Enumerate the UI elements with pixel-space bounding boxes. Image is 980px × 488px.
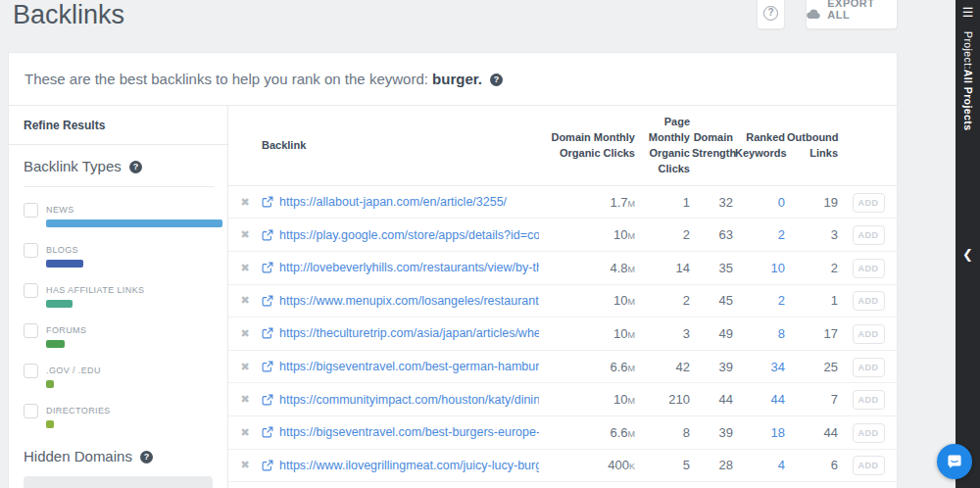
affiliate-checkbox[interactable] — [24, 283, 38, 298]
domain-monthly-clicks-value: 6.6M — [539, 425, 637, 440]
blogs-bar — [46, 260, 83, 268]
outbound-links-value: 6 — [787, 458, 840, 472]
ranked-keywords-link[interactable]: 44 — [735, 392, 787, 407]
cloud-icon — [807, 9, 820, 20]
backlink-url[interactable]: https://bigseventravel.com/best-german-h… — [279, 360, 539, 373]
add-button[interactable]: ADD — [853, 358, 885, 377]
hide-domain-x-icon[interactable]: ✖ — [228, 426, 262, 439]
hide-domain-x-icon[interactable]: ✖ — [228, 228, 262, 241]
table-row: ✖ https://bigseventravel.com/best-german… — [228, 351, 897, 384]
backlink-url[interactable]: https://communityimpact.com/houston/katy… — [279, 393, 539, 407]
backlink-url[interactable]: https://bigseventravel.com/best-burgers-… — [279, 425, 539, 439]
ranked-keywords-link[interactable]: 8 — [735, 326, 787, 341]
ranked-keywords-link[interactable]: 0 — [735, 195, 787, 210]
ranked-keywords-link[interactable]: 10 — [735, 261, 787, 275]
ranked-keywords-link[interactable]: 34 — [735, 360, 787, 374]
add-button[interactable]: ADD — [853, 324, 885, 344]
page-monthly-clicks-value: 2 — [637, 227, 692, 242]
hidden-domains-help-icon[interactable]: ? — [140, 451, 153, 464]
news-label: NEWS — [46, 205, 74, 215]
hidden-domains-title: Hidden Domains ? — [24, 448, 213, 464]
refine-panel: Refine Results Backlink Types ? NEWS — [9, 106, 228, 488]
backlink-types-help-icon[interactable]: ? — [129, 161, 142, 173]
gov-edu-checkbox[interactable] — [24, 364, 38, 378]
table-row: ✖ https://www.ilovegrillingmeat.com/juic… — [228, 450, 897, 483]
hide-domain-x-icon[interactable]: ✖ — [228, 393, 262, 406]
add-button[interactable]: ADD — [853, 291, 885, 311]
domain-monthly-clicks-value: 10M — [539, 293, 637, 308]
domain-strength-value: 32 — [692, 195, 735, 210]
menu-icon[interactable]: ☰ — [962, 6, 974, 20]
domain-monthly-clicks-value: 10M — [539, 392, 637, 407]
header-outbound-links: Outbound Links — [787, 130, 840, 162]
backlink-url[interactable]: https://theculturetrip.com/asia/japan/ar… — [279, 326, 539, 340]
header-domain-strength: Domain Strength — [692, 130, 735, 162]
chat-launcher-button[interactable] — [937, 444, 972, 479]
add-button[interactable]: ADD — [853, 193, 885, 213]
project-rail: ☰ Project:All Projects ❮ — [956, 0, 980, 488]
add-button[interactable]: ADD — [853, 259, 885, 278]
add-button[interactable]: ADD — [853, 456, 885, 475]
hide-domain-x-icon[interactable]: ✖ — [228, 294, 262, 307]
ranked-keywords-link[interactable]: 18 — [735, 425, 787, 440]
help-button[interactable]: ? — [757, 0, 785, 29]
domain-monthly-clicks-value: 10M — [539, 326, 637, 341]
hide-domain-x-icon[interactable]: ✖ — [228, 196, 262, 209]
hide-domain-x-icon[interactable]: ✖ — [228, 262, 262, 274]
table-row: ✖ https://communityimpact.com/houston/ka… — [228, 383, 897, 416]
backlink-url[interactable]: https://play.google.com/store/apps/detai… — [279, 228, 539, 242]
backlink-url[interactable]: http://lovebeverlyhills.com/restaurants/… — [279, 261, 539, 274]
add-button[interactable]: ADD — [853, 390, 885, 410]
export-all-label: EXPORT ALL — [827, 0, 897, 21]
ranked-keywords-link[interactable]: 4 — [735, 458, 787, 472]
backlink-url[interactable]: https://www.menupix.com/losangeles/resta… — [279, 294, 539, 308]
gov-edu-bar — [46, 380, 54, 388]
table-row: ✖ https://www.londonxlondon.com/best-bur… — [228, 482, 897, 488]
domain-monthly-clicks-value: 10M — [539, 227, 637, 242]
affiliate-label: HAS AFFILIATE LINKS — [46, 285, 144, 295]
domain-monthly-clicks-value: 400K — [539, 458, 637, 472]
table-header-row: Backlink Domain Monthly Organic Clicks P… — [228, 106, 897, 186]
add-button[interactable]: ADD — [853, 225, 885, 245]
backlink-url[interactable]: https://allabout-japan.com/en/article/32… — [279, 195, 507, 209]
backlink-url[interactable]: https://www.ilovegrillingmeat.com/juicy-… — [279, 459, 539, 472]
outbound-links-value: 17 — [787, 326, 840, 341]
backlink-types-title: Backlink Types ? — [24, 158, 213, 174]
affiliate-bar — [46, 300, 73, 308]
forums-checkbox[interactable] — [24, 323, 38, 338]
news-checkbox[interactable] — [24, 203, 38, 218]
forums-bar — [46, 340, 65, 348]
backlink-type-blogs: BLOGS — [24, 239, 213, 268]
export-all-button[interactable]: EXPORT ALL — [806, 0, 898, 29]
external-link-icon — [262, 361, 273, 372]
outbound-links-value: 19 — [787, 195, 840, 210]
blogs-checkbox[interactable] — [24, 243, 38, 258]
domain-strength-value: 39 — [692, 425, 735, 440]
directories-label: DIRECTORIES — [46, 406, 111, 415]
backlinks-table: Backlink Domain Monthly Organic Clicks P… — [228, 106, 897, 488]
backlink-type-directories: DIRECTORIES — [24, 400, 213, 428]
keyword: burger. — [432, 71, 482, 87]
external-link-icon — [262, 460, 273, 471]
directories-checkbox[interactable] — [24, 404, 38, 418]
external-link-icon — [262, 262, 273, 273]
project-selector[interactable]: Project:All Projects — [962, 31, 974, 130]
hide-domain-x-icon[interactable]: ✖ — [228, 361, 262, 373]
external-link-icon — [262, 394, 273, 406]
header-domain-monthly-clicks: Domain Monthly Organic Clicks — [539, 130, 637, 162]
news-bar — [46, 220, 222, 227]
page-monthly-clicks-value: 3 — [637, 326, 692, 341]
add-button[interactable]: ADD — [853, 423, 885, 443]
collapse-chevron-icon[interactable]: ❮ — [956, 247, 980, 262]
page-monthly-clicks-value: 8 — [637, 425, 692, 440]
header-backlink: Backlink — [262, 138, 539, 154]
ranked-keywords-link[interactable]: 2 — [735, 227, 787, 242]
refine-results-title: Refine Results — [9, 106, 227, 145]
ranked-keywords-link[interactable]: 2 — [735, 293, 787, 308]
external-link-icon — [262, 196, 273, 208]
external-link-icon — [262, 295, 273, 307]
hide-domain-x-icon[interactable]: ✖ — [228, 459, 262, 471]
keyword-help-icon[interactable]: ? — [490, 73, 503, 86]
hide-domain-x-icon[interactable]: ✖ — [228, 327, 262, 340]
table-row: ✖ http://lovebeverlyhills.com/restaurant… — [228, 252, 897, 285]
